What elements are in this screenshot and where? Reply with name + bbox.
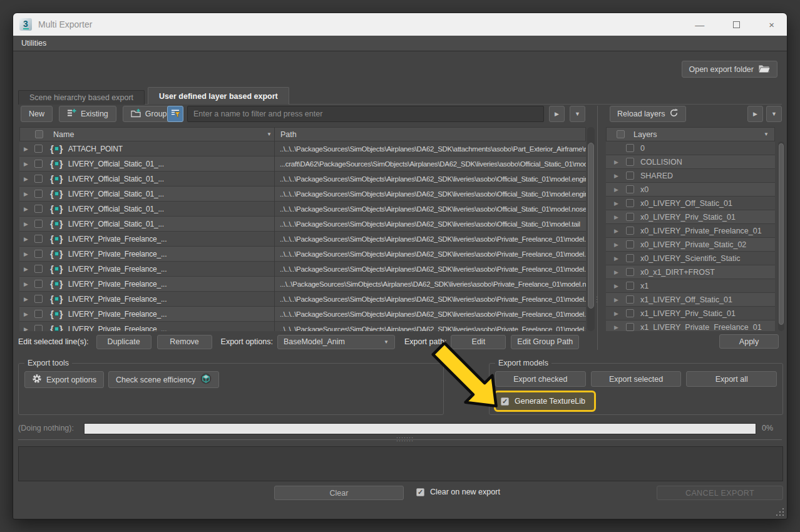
layer-row[interactable]: ▶ x0_x1_DIRT+FROST xyxy=(606,265,775,279)
scrollbar-thumb[interactable] xyxy=(779,143,784,325)
expand-arrow-icon[interactable]: ▶ xyxy=(614,297,623,303)
layer-checkbox[interactable] xyxy=(626,254,634,262)
check-scene-efficiency-button[interactable]: Check scene efficiency xyxy=(108,371,219,388)
layer-row[interactable]: ▶ x0_LIVERY_Scientific_Static xyxy=(606,252,775,265)
horizontal-splitter-handle[interactable]: ·············· xyxy=(396,436,414,442)
export-options-select[interactable]: BaseModel_Anim ▼ xyxy=(277,335,395,349)
table-options-dropdown-button[interactable]: ▼ xyxy=(570,106,585,122)
expand-arrow-icon[interactable]: ▶ xyxy=(24,161,33,167)
layer-checkbox[interactable] xyxy=(626,227,634,235)
row-checkbox[interactable] xyxy=(34,145,43,153)
existing-button[interactable]: Existing xyxy=(59,106,116,122)
expand-arrow-icon[interactable]: ▶ xyxy=(24,221,33,227)
expand-arrow-icon[interactable]: ▶ xyxy=(24,281,33,287)
layer-checkbox[interactable] xyxy=(626,171,634,180)
layer-row[interactable]: ▶ x1_LIVERY_Priv_Static_01 xyxy=(606,307,775,320)
panel-splitter[interactable] xyxy=(597,106,598,350)
table-row[interactable]: ▶ {} LIVERY_Private_Freelance_... ..\..\… xyxy=(19,262,586,277)
splitter-handle[interactable]: ··· xyxy=(596,296,599,304)
layers-options-dropdown-button[interactable]: ▼ xyxy=(766,106,782,122)
remove-button[interactable]: Remove xyxy=(157,335,212,349)
layers-header[interactable]: Layers ▼ xyxy=(606,127,775,141)
expand-arrow-icon[interactable]: ▶ xyxy=(614,228,623,234)
filter-input[interactable] xyxy=(187,106,544,122)
expand-arrow-icon[interactable]: ▶ xyxy=(614,242,623,248)
sort-icon[interactable]: ▼ xyxy=(764,131,769,137)
table-row[interactable]: ▶ {} LIVERY_Private_Freelance_... ..\..\… xyxy=(19,307,586,322)
generate-texturelib-label[interactable]: Generate TextureLib xyxy=(515,397,585,406)
duplicate-button[interactable]: Duplicate xyxy=(96,335,151,349)
maximize-button[interactable] xyxy=(733,21,740,28)
layer-checkbox[interactable] xyxy=(626,282,634,290)
close-button[interactable]: × xyxy=(769,20,774,29)
row-checkbox[interactable] xyxy=(34,325,43,331)
layer-row[interactable]: ▶ SHARED xyxy=(606,169,775,183)
clear-on-new-export-checkbox[interactable]: ✓ xyxy=(416,488,424,496)
select-all-checkbox[interactable] xyxy=(35,130,43,138)
table-scrollbar[interactable] xyxy=(587,127,595,331)
table-row[interactable]: ▶ {} LIVERY_Official_Static_01_... ..\..… xyxy=(19,202,586,217)
edit-group-path-button[interactable]: Edit Group Path xyxy=(511,335,579,349)
layer-row[interactable]: ▶ x0_LIVERY_Private_Static_02 xyxy=(606,238,775,252)
table-row[interactable]: ▶ {} LIVERY_Official_Static_01_... ...cr… xyxy=(19,156,586,171)
expand-arrow-icon[interactable]: ▶ xyxy=(614,214,623,220)
expand-arrow-icon[interactable]: ▶ xyxy=(614,200,623,207)
row-checkbox[interactable] xyxy=(34,190,43,198)
expand-arrow-icon[interactable]: ▶ xyxy=(24,311,33,317)
scrollbar-thumb[interactable] xyxy=(588,143,594,309)
expand-arrow-icon[interactable]: ▶ xyxy=(24,176,33,182)
row-checkbox[interactable] xyxy=(34,310,43,318)
expand-arrow-icon[interactable]: ▶ xyxy=(24,296,33,302)
table-row[interactable]: ▶ {} LIVERY_Official_Static_01_... ..\..… xyxy=(19,187,586,202)
layers-scrollbar[interactable] xyxy=(778,141,784,331)
row-checkbox[interactable] xyxy=(34,250,43,258)
layer-row[interactable]: ▶ x1 xyxy=(606,279,775,293)
row-checkbox[interactable] xyxy=(34,175,43,183)
apply-button[interactable]: Apply xyxy=(719,334,779,349)
layer-checkbox[interactable] xyxy=(626,213,634,221)
filter-toggle-button[interactable] xyxy=(167,106,183,122)
export-options-button[interactable]: Export options xyxy=(24,371,104,388)
layer-row[interactable]: ▶ x0_LIVERY_Off_Static_01 xyxy=(606,197,775,210)
expand-arrow-icon[interactable]: ▶ xyxy=(614,283,623,289)
expand-arrow-icon[interactable]: ▶ xyxy=(24,191,33,197)
layer-checkbox[interactable] xyxy=(626,158,634,166)
table-row[interactable]: ▶ {} LIVERY_Official_Static_01_... ..\..… xyxy=(19,217,586,232)
layers-select-all-checkbox[interactable] xyxy=(617,130,625,138)
clear-log-button[interactable]: Clear xyxy=(274,486,404,500)
layer-checkbox[interactable] xyxy=(626,144,634,152)
export-table-header[interactable]: Name ▼ Path xyxy=(19,127,586,141)
export-all-button[interactable]: Export all xyxy=(686,371,777,387)
expand-arrow-icon[interactable]: ▶ xyxy=(24,266,33,272)
layer-checkbox[interactable] xyxy=(626,323,634,331)
menu-utilities[interactable]: Utilities xyxy=(21,39,46,48)
row-checkbox[interactable] xyxy=(34,160,43,168)
layer-checkbox[interactable] xyxy=(626,240,634,248)
table-row[interactable]: ▶ {} LIVERY_Private_Freelance_... ...\..… xyxy=(19,277,586,292)
export-checked-button[interactable]: Export checked xyxy=(495,371,586,387)
expand-arrow-icon[interactable]: ▶ xyxy=(614,159,623,165)
expand-arrow-icon[interactable]: ▶ xyxy=(24,206,33,212)
expand-all-button[interactable]: ▶ xyxy=(549,106,565,122)
layer-checkbox[interactable] xyxy=(626,309,634,317)
export-selected-button[interactable]: Export selected xyxy=(591,371,682,387)
layer-row[interactable]: ▶ COLLISION xyxy=(606,155,775,169)
layer-checkbox[interactable] xyxy=(626,199,634,207)
table-row[interactable]: ▶ {} LIVERY_Private_Freelance_... ..\..\… xyxy=(19,247,586,262)
layer-checkbox[interactable] xyxy=(626,185,634,193)
row-checkbox[interactable] xyxy=(34,295,43,303)
layer-row[interactable]: ▶ x0_LIVERY_Priv_Static_01 xyxy=(606,210,775,224)
table-row[interactable]: ▶ {} ATTACH_POINT ..\..\..\PackageSource… xyxy=(19,141,586,156)
expand-arrow-icon[interactable]: ▶ xyxy=(24,236,33,242)
layers-expand-all-button[interactable]: ▶ xyxy=(747,106,763,122)
clear-on-new-export-label[interactable]: Clear on new export xyxy=(430,488,500,496)
tab-scene-hierarchy[interactable]: Scene hierarchy based export xyxy=(18,90,145,105)
table-row[interactable]: ▶ {} LIVERY_Official_Static_01_... ..\..… xyxy=(19,171,586,187)
new-button[interactable]: New xyxy=(21,106,53,122)
expand-arrow-icon[interactable]: ▶ xyxy=(24,326,33,332)
row-checkbox[interactable] xyxy=(34,265,43,273)
table-row[interactable]: ▶ {} LIVERY_Private_Freelance_... ..\..\… xyxy=(19,322,586,331)
layer-row[interactable]: ▶ x1_LIVERY_Off_Static_01 xyxy=(606,293,775,307)
expand-arrow-icon[interactable]: ▶ xyxy=(614,269,623,275)
open-export-folder-button[interactable]: Open export folder xyxy=(682,61,777,78)
